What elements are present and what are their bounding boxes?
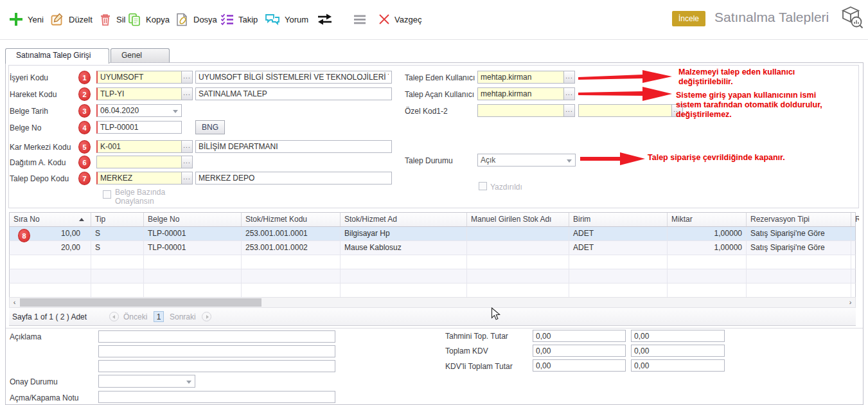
button-label: Düzelt <box>69 15 93 24</box>
scroll-left-icon[interactable]: ‹ <box>10 298 19 307</box>
tahmini-tutar-input-1[interactable] <box>533 330 626 342</box>
aciklama-input-1[interactable] <box>98 330 335 343</box>
copy-button[interactable]: Kopya <box>127 9 170 30</box>
cell-tip: S <box>91 241 144 255</box>
toplam-kdv-input-2[interactable] <box>631 345 725 357</box>
belge-tarih-input[interactable]: 06.04.2020 <box>96 104 182 117</box>
ozel-kod2-input[interactable] <box>578 104 672 117</box>
onay-durumu-select[interactable] <box>98 375 195 388</box>
tab-genel-bilgiler[interactable]: Genel Bilgiler <box>111 48 170 63</box>
step-badge-3: 3 <box>78 104 91 118</box>
menu-icon <box>352 12 368 26</box>
table-row[interactable]: 20,00 S TLP-00001 253.001.001.0002 Mause… <box>9 241 856 255</box>
talep-depo-lookup-button[interactable] <box>181 172 193 184</box>
talep-eden-input[interactable] <box>477 71 564 84</box>
table-row[interactable]: 10,00 S TLP-00001 253.001.001.0001 Bilgi… <box>9 227 856 241</box>
acma-kapama-input[interactable] <box>98 391 335 403</box>
stock-search-icon <box>837 4 865 32</box>
column-header-manuel[interactable]: Manuel Girilen Stok Adı <box>467 213 569 226</box>
tab-satinalma-talep-girisi[interactable]: Satınalma Talep Girişi <box>5 48 109 64</box>
annotation-arrow-3 <box>580 150 648 167</box>
edit-button[interactable]: Düzelt <box>50 9 93 30</box>
hareket-desc-input[interactable] <box>195 87 392 100</box>
menu-button[interactable] <box>352 9 368 30</box>
aciklama-input-2[interactable] <box>98 345 335 357</box>
cell-empty <box>467 269 569 283</box>
chevron-down-icon[interactable] <box>567 159 572 163</box>
prev-page-icon[interactable] <box>109 312 119 321</box>
kar-merkezi-input[interactable] <box>96 140 182 153</box>
cell-belge-no: TLP-00001 <box>144 227 242 240</box>
annotation-line: Malzemeyi talep eden kullanıcı <box>678 68 795 77</box>
talep-durumu-select[interactable]: Açık <box>477 154 576 166</box>
next-page-button[interactable]: Sonraki <box>170 312 196 321</box>
cell-empty <box>144 284 242 297</box>
scrollbar-thumb[interactable] <box>20 298 261 307</box>
kdvli-toplam-input-1[interactable] <box>533 359 626 372</box>
hareket-kodu-input[interactable] <box>96 87 182 100</box>
talep-eden-lookup-button[interactable] <box>563 71 575 84</box>
cell-empty <box>91 255 144 269</box>
isyeri-kodu-input[interactable] <box>96 71 182 84</box>
column-header-rezervasyon[interactable]: Rezervasyon Tipi <box>747 213 851 226</box>
hareket-lookup-button[interactable] <box>181 87 193 100</box>
kar-merkezi-desc-input[interactable] <box>195 140 392 153</box>
aciklama-input-3[interactable] <box>98 360 335 372</box>
dagitim-lookup-button[interactable] <box>181 156 193 168</box>
annotation-line: sistem tarafından otomatik doldurulur, <box>676 100 822 110</box>
next-page-icon[interactable] <box>202 312 211 321</box>
kdvli-toplam-label: KDV'li Toplam Tutar <box>445 362 513 371</box>
dagitim-input[interactable] <box>96 156 182 168</box>
kar-merkezi-lookup-button[interactable] <box>181 140 193 153</box>
column-header-stok-ad[interactable]: Stok/Hizmet Ad <box>341 213 467 226</box>
table-row-empty[interactable] <box>9 284 856 298</box>
belge-bazinda-checkbox[interactable] <box>103 190 111 199</box>
file-button[interactable]: Dosya <box>175 9 217 30</box>
kdvli-toplam-input-2[interactable] <box>631 359 725 372</box>
cell-empty <box>668 284 747 297</box>
column-header-sira-no[interactable]: Sıra No <box>10 213 91 226</box>
talep-depo-desc-input[interactable] <box>195 172 392 184</box>
table-row-empty[interactable] <box>9 255 856 269</box>
plus-icon <box>8 12 24 27</box>
column-header-stok-kodu[interactable]: Stok/Hizmet Kodu <box>242 213 341 226</box>
cancel-button[interactable]: Vazgeç <box>378 9 421 30</box>
talep-durumu-value: Açık <box>481 156 495 165</box>
cell-stok-ad: Bilgisayar Hp <box>341 227 467 240</box>
chevron-down-icon[interactable] <box>173 110 178 113</box>
column-header-tip[interactable]: Tip <box>91 213 144 226</box>
transfer-button[interactable] <box>316 9 333 30</box>
follow-button[interactable]: Takip <box>220 9 258 30</box>
cell-partial <box>851 241 859 255</box>
cell-empty <box>467 255 569 269</box>
talep-acan-input[interactable] <box>477 87 564 100</box>
ozel-kod1-input[interactable] <box>477 104 564 117</box>
current-page-button[interactable]: 1 <box>154 311 164 322</box>
comment-button[interactable]: Yorum <box>264 9 308 30</box>
column-header-partial[interactable]: R <box>851 213 859 226</box>
talep-acan-lookup-button[interactable] <box>563 87 575 100</box>
annotation-line: değiştirilebilir. <box>678 77 795 87</box>
column-header-birim[interactable]: Birim <box>569 213 668 226</box>
scroll-right-icon[interactable]: › <box>846 298 855 307</box>
cell-empty <box>91 269 144 283</box>
bng-button[interactable]: BNG <box>195 120 225 134</box>
yazdirildi-checkbox[interactable] <box>479 182 487 190</box>
isyeri-desc-input[interactable] <box>195 71 392 84</box>
toplam-kdv-input-1[interactable] <box>533 345 626 357</box>
chevron-down-icon[interactable] <box>186 381 191 384</box>
delete-button[interactable]: Sil <box>98 9 125 30</box>
belge-no-input[interactable] <box>96 121 182 134</box>
ozel-kod1-lookup-button[interactable] <box>563 104 575 117</box>
attachment-icon <box>175 12 190 27</box>
review-button[interactable]: İncele <box>672 11 705 26</box>
horizontal-scrollbar[interactable]: ‹ › <box>9 297 856 308</box>
table-row-empty[interactable] <box>9 269 856 284</box>
new-button[interactable]: Yeni <box>8 9 44 30</box>
talep-depo-input[interactable] <box>96 172 182 184</box>
tahmini-tutar-input-2[interactable] <box>631 330 725 342</box>
column-header-miktar[interactable]: Miktar <box>668 213 747 226</box>
prev-page-button[interactable]: Önceki <box>123 312 147 321</box>
isyeri-lookup-button[interactable] <box>181 71 193 84</box>
column-header-belge-no[interactable]: Belge No <box>144 213 242 226</box>
